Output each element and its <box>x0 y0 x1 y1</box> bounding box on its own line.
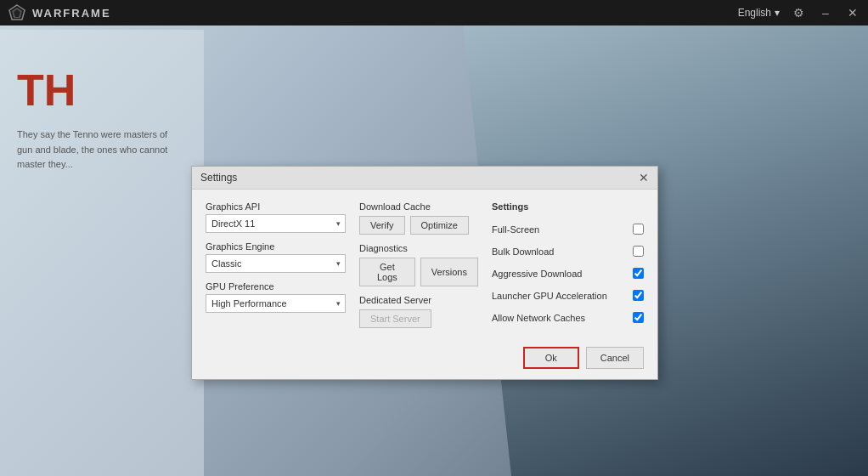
aggressive-download-row: Aggressive Download <box>492 268 644 279</box>
dialog-col-right: Settings Full-Screen Bulk Download Aggre… <box>492 201 644 328</box>
ok-button[interactable]: Ok <box>523 347 579 369</box>
cancel-button[interactable]: Cancel <box>586 347 644 369</box>
bulk-download-checkbox[interactable] <box>633 246 644 257</box>
aggressive-download-label: Aggressive Download <box>492 269 582 279</box>
bulk-download-row: Bulk Download <box>492 246 644 257</box>
dedicated-server-group: Dedicated Server Start Server <box>359 295 478 328</box>
settings-section-label: Settings <box>492 201 644 212</box>
launcher-gpu-checkbox[interactable] <box>633 290 644 301</box>
gpu-preference-select[interactable]: High Performance Power Saving Default <box>206 294 346 313</box>
app-title: WARFRAME <box>32 7 111 20</box>
warframe-logo-icon <box>7 3 27 23</box>
fullscreen-label: Full-Screen <box>492 224 539 235</box>
diagnostics-group: Diagnostics Get Logs Versions <box>359 243 478 286</box>
allow-network-caches-checkbox[interactable] <box>633 312 644 323</box>
start-server-button[interactable]: Start Server <box>359 309 431 328</box>
dialog-col-left: Graphics API DirectX 11 DirectX 12 OpenG… <box>206 201 346 328</box>
gpu-preference-select-wrapper: High Performance Power Saving Default ▾ <box>206 294 346 313</box>
dialog-body: Graphics API DirectX 11 DirectX 12 OpenG… <box>192 190 657 340</box>
launcher-gpu-label: Launcher GPU Acceleration <box>492 291 607 301</box>
launcher-gpu-row: Launcher GPU Acceleration <box>492 290 644 301</box>
dialog-title: Settings <box>200 172 237 184</box>
graphics-api-select[interactable]: DirectX 11 DirectX 12 OpenGL <box>206 214 346 233</box>
gpu-preference-label: GPU Preference <box>206 281 346 292</box>
dialog-footer: Ok Cancel <box>192 340 657 379</box>
graphics-api-select-wrapper: DirectX 11 DirectX 12 OpenGL ▾ <box>206 214 346 233</box>
panel-heading: TH <box>17 68 76 112</box>
optimize-button[interactable]: Optimize <box>410 216 469 235</box>
download-cache-label: Download Cache <box>359 201 478 212</box>
graphics-engine-group: Graphics Engine Classic New Engine ▾ <box>206 241 346 273</box>
download-cache-buttons: Verify Optimize <box>359 216 478 235</box>
chevron-down-icon: ▾ <box>775 7 780 19</box>
get-logs-button[interactable]: Get Logs <box>359 258 415 286</box>
bulk-download-label: Bulk Download <box>492 246 554 257</box>
titlebar: WARFRAME English ▾ ⚙ – ✕ <box>0 0 868 26</box>
language-label: English <box>738 7 771 19</box>
fullscreen-checkbox[interactable] <box>633 224 644 235</box>
graphics-api-label: Graphics API <box>206 201 346 212</box>
versions-button[interactable]: Versions <box>420 258 478 286</box>
fullscreen-row: Full-Screen <box>492 224 644 235</box>
graphics-engine-label: Graphics Engine <box>206 241 346 252</box>
gear-icon[interactable]: ⚙ <box>790 4 807 21</box>
graphics-engine-select[interactable]: Classic New Engine <box>206 254 346 273</box>
dedicated-server-buttons: Start Server <box>359 309 478 328</box>
aggressive-download-checkbox[interactable] <box>633 268 644 279</box>
language-selector[interactable]: English ▾ <box>738 7 780 19</box>
settings-dialog: Settings ✕ Graphics API DirectX 11 Direc… <box>191 166 658 380</box>
dedicated-server-label: Dedicated Server <box>359 295 478 305</box>
allow-network-caches-row: Allow Network Caches <box>492 312 644 323</box>
titlebar-right: English ▾ ⚙ – ✕ <box>738 4 861 21</box>
minimize-icon[interactable]: – <box>817 4 834 21</box>
titlebar-left: WARFRAME <box>7 3 111 23</box>
gpu-preference-group: GPU Preference High Performance Power Sa… <box>206 281 346 313</box>
panel-text: They say the Tenno were masters of gun a… <box>17 128 183 173</box>
diagnostics-buttons: Get Logs Versions <box>359 258 478 286</box>
download-cache-group: Download Cache Verify Optimize <box>359 201 478 235</box>
dialog-col-mid: Download Cache Verify Optimize Diagnosti… <box>359 201 478 328</box>
dialog-titlebar: Settings ✕ <box>192 167 657 190</box>
graphics-engine-select-wrapper: Classic New Engine ▾ <box>206 254 346 273</box>
dialog-close-button[interactable]: ✕ <box>639 172 649 184</box>
close-icon[interactable]: ✕ <box>844 4 861 21</box>
diagnostics-label: Diagnostics <box>359 243 478 253</box>
allow-network-caches-label: Allow Network Caches <box>492 313 585 323</box>
graphics-api-group: Graphics API DirectX 11 DirectX 12 OpenG… <box>206 201 346 233</box>
verify-button[interactable]: Verify <box>359 216 405 235</box>
